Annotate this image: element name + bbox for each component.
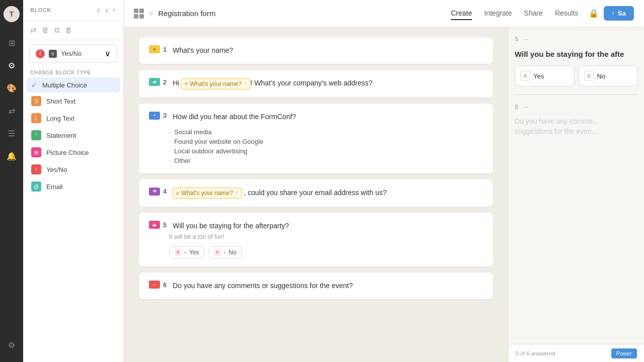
block-type-item-label: Picture Choice [46, 149, 89, 156]
q3-option-text: Other [174, 157, 191, 164]
form-editor: ≡ 1 What's your name? ⇄ 2 Hi ≡ [124, 27, 508, 362]
powered-button[interactable]: Power [611, 348, 637, 358]
q5-choice-no-text: - [224, 249, 226, 256]
q4-suffix: , could you share your email address wit… [244, 189, 386, 197]
q3-options: - Social media - Found your website on G… [169, 127, 483, 165]
q2-text[interactable]: Hi ≡ What's your name? × ! What's your c… [173, 78, 483, 89]
q5-choice-yes[interactable]: × - Yes [169, 246, 205, 258]
block-type-label: Yes/No [61, 50, 82, 57]
tab-results[interactable]: Results [555, 7, 579, 20]
panel-down-icon[interactable]: ∨ [104, 6, 109, 14]
q2-ref[interactable]: ≡ What's your name? × [181, 78, 250, 89]
q6-badge: ! [149, 281, 160, 289]
q5-subtitle: It will be a ton of fun! [169, 233, 483, 240]
preview-cards: A Yes B No [515, 65, 638, 86]
q4-ref-close[interactable]: × [235, 189, 238, 198]
question-1: ≡ 1 What's your name? [139, 37, 493, 64]
save-button[interactable]: ↑ Sa [604, 6, 634, 21]
preview-card-letter-a: A [520, 71, 530, 81]
q4-number: 4 [163, 188, 167, 195]
block-type-item-short-text[interactable]: S Short Text [26, 93, 120, 110]
app-grid-icon[interactable] [134, 9, 144, 19]
q4-text[interactable]: ≡ What's your name? × , could you share … [173, 188, 483, 199]
nav-grid-icon[interactable]: ⊞ [7, 36, 17, 50]
q6-number: 6 [163, 281, 167, 289]
main-area: > Registration form Create Integrate Sha… [124, 0, 644, 362]
block-type-item-multiple-choice[interactable]: ✓ Multiple Choice [26, 77, 120, 93]
q3-option-text: Found your website on Google [174, 138, 263, 145]
breadcrumb-title: Registration form [158, 9, 215, 18]
answered-count: 0 of 6 answered [516, 350, 555, 356]
content-area: ≡ 1 What's your name? ⇄ 2 Hi ≡ [124, 27, 644, 362]
next-preview-header: 6 → [515, 103, 638, 111]
q1-text[interactable]: What's your name? [173, 45, 483, 56]
block-type-badge: ! [36, 49, 45, 58]
no-x-icon[interactable]: × [214, 249, 221, 256]
statement-icon: " [31, 130, 41, 140]
q3-option-2: - Local outdoor advertising [169, 146, 483, 156]
q5-text[interactable]: Will you be staying for the afterparty? [173, 221, 483, 231]
bottom-bar: 0 of 6 answered Power [509, 344, 644, 362]
nav-paint-icon[interactable]: 🎨 [5, 81, 19, 95]
yes-x-icon[interactable]: × [175, 249, 181, 256]
nav-connect-icon[interactable]: ⇄ [7, 104, 17, 118]
nav-bell-icon[interactable]: 🔔 [5, 149, 19, 163]
settings-icon[interactable]: ⚙ [8, 340, 15, 356]
upload-icon: ↑ [612, 10, 615, 17]
action-trash-icon[interactable]: 🗑 [42, 26, 49, 35]
tab-integrate[interactable]: Integrate [484, 7, 512, 20]
preview-number: 5 [515, 35, 518, 43]
q3-option-text: Local outdoor advertising [174, 147, 247, 155]
preview-card-no[interactable]: B No [579, 65, 638, 86]
action-duplicate-icon[interactable]: ⧉ [54, 26, 60, 35]
preview-header: 5 → [515, 35, 638, 43]
block-type-number: 6 [49, 50, 57, 58]
block-type-item-label: Short Text [46, 98, 75, 105]
short-text-icon: S [31, 96, 41, 106]
tab-share[interactable]: Share [524, 7, 543, 20]
question-4: ✉ 4 ≡ What's your name? × , could you sh… [139, 179, 493, 207]
block-type-selector[interactable]: ! 6 Yes/No ∨ [29, 44, 117, 63]
block-type-item-picture-choice[interactable]: ⊞ Picture Choice [26, 144, 120, 161]
q1-number: 1 [163, 46, 167, 53]
right-panel: 5 → Will you be staying for the afte A Y… [508, 27, 644, 362]
tab-create[interactable]: Create [451, 7, 472, 20]
q6-text[interactable]: Do you have any comments or suggestions … [173, 281, 483, 291]
q2-number: 2 [163, 78, 167, 86]
preview-card-text-no: No [597, 72, 606, 80]
next-preview-question: Do you have any comme... suggestions for… [515, 117, 638, 136]
panel-close-icon[interactable]: × [112, 6, 116, 14]
block-type-item-yes-no[interactable]: ! Yes/No [26, 161, 120, 178]
email-icon: @ [31, 182, 41, 192]
top-nav-left: > Registration form [134, 9, 451, 19]
block-type-item-label: Long Text [46, 115, 74, 122]
block-panel-controls: ∧ ∨ × [96, 6, 116, 14]
action-copy-icon[interactable]: ⇄ [30, 26, 37, 35]
q5-badge: ⛰ [149, 221, 160, 229]
nav-list-icon[interactable]: ☰ [6, 127, 17, 140]
panel-up-icon[interactable]: ∧ [96, 6, 101, 14]
q5-choice-yes-label: Yes [189, 249, 199, 256]
preview-card-yes[interactable]: A Yes [515, 65, 575, 86]
q3-text[interactable]: How did you hear about the FormConf? [173, 112, 483, 122]
block-panel-header: BLOCK ∧ ∨ × [23, 0, 123, 21]
q4-ref-text: What's your name? [181, 189, 233, 198]
q5-choice-no[interactable]: × - No [209, 246, 242, 258]
q5-number: 5 [163, 221, 167, 229]
q2-ref-close[interactable]: × [244, 79, 247, 88]
block-type-item-statement[interactable]: " Statement [26, 127, 120, 144]
block-type-item-email[interactable]: @ Email [26, 178, 120, 195]
preview-question-text: Will you be staying for the afte [515, 49, 638, 59]
q5-choices: × - Yes × - No [169, 246, 483, 258]
next-preview-number: 6 [515, 103, 518, 111]
preview-card-letter-b: B [584, 71, 594, 81]
q3-option-1: - Found your website on Google [169, 137, 483, 146]
question-2: ⇄ 2 Hi ≡ What's your name? × ! What's yo… [139, 70, 493, 98]
question-3: ✓ 3 How did you hear about the FormConf?… [139, 104, 493, 173]
action-delete-icon[interactable]: 🗑 [65, 26, 72, 35]
nav-edit-icon[interactable]: ⚙ [6, 59, 17, 72]
q5-choice-no-label: No [229, 249, 236, 256]
check-icon: ✓ [31, 81, 37, 89]
q4-ref[interactable]: ≡ What's your name? × [173, 188, 242, 199]
block-type-item-long-text[interactable]: L Long Text [26, 110, 120, 127]
